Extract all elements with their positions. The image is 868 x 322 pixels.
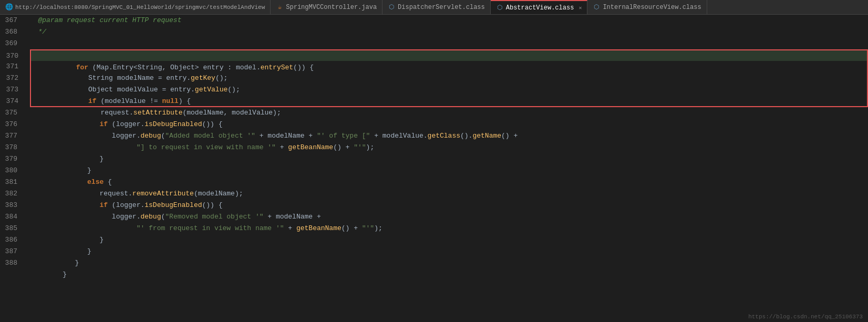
line-num-375: 375 (0, 107, 24, 119)
code-line-385: 385 } (0, 223, 868, 234)
code-line-373: 373 if (modelValue != null) { (30, 84, 868, 96)
line-content-385: } (24, 223, 104, 234)
line-num-377: 377 (0, 130, 24, 142)
tab-internalresource-label: InternalResourceView.class (603, 4, 701, 11)
code-line-380: 380 else { (0, 165, 868, 176)
code-line-368: 368 */ (0, 26, 868, 38)
line-content-368: */ (24, 26, 46, 38)
line-content-388: } (24, 257, 67, 269)
line-content-384: "' from request in view with name '" + g… (24, 211, 383, 223)
code-line-370: 370 for (Map.Entry<String, Object> entry… (30, 49, 868, 61)
tab-close-icon[interactable]: ✕ (578, 5, 582, 11)
code-line-371: 371 String modelName = entry.getKey(); (30, 61, 868, 72)
line-content-371: String modelName = entry.getKey(); (25, 61, 228, 72)
line-num-385: 385 (0, 223, 24, 234)
code-line-388: 388 } (0, 257, 868, 269)
line-content-380: else { (24, 165, 112, 176)
line-content-386: } (24, 234, 91, 246)
line-content-370: for (Map.Entry<String, Object> entry : m… (25, 50, 314, 61)
code-line-369: 369 protected void exposeModelAsRequestA… (0, 38, 868, 49)
code-line-374: 374 request.setAttribute(modelName, mode… (30, 96, 868, 107)
code-line-384: 384 "' from request in view with name '"… (0, 211, 868, 223)
code-line-387: 387 } (0, 246, 868, 257)
watermark: https://blog.csdn.net/qq_25106373 (748, 314, 863, 320)
code-line-375: 375 if (logger.isDebugEnabled()) { (0, 107, 868, 119)
line-num-371: 371 (1, 61, 25, 72)
line-content-376: logger.debug("Added model object '" + mo… (24, 119, 518, 130)
line-content-383: logger.debug("Removed model object '" + … (24, 200, 321, 211)
code-line-377: 377 "] to request in view with name '" +… (0, 130, 868, 142)
code-line-382: 382 if (logger.isDebugEnabled()) { (0, 188, 868, 200)
line-num-378: 378 (0, 142, 24, 153)
line-num-386: 386 (0, 234, 24, 246)
globe-icon: 🌐 (5, 4, 13, 11)
class-icon-3: ⬡ (593, 4, 600, 11)
line-num-380: 380 (0, 165, 24, 176)
line-content-374: request.setAttribute(modelName, modelVal… (25, 96, 281, 106)
line-content-382: if (logger.isDebugEnabled()) { (24, 188, 223, 200)
tab-abstractview[interactable]: ⬡ AbstractView.class ✕ (491, 0, 588, 14)
code-line-386: 386 } (0, 234, 868, 246)
code-line-372: 372 Object modelValue = entry.getValue()… (30, 72, 868, 84)
tab-url[interactable]: 🌐 http://localhost:8080/SpringMVC_01_Hel… (0, 0, 271, 14)
line-content-379: } (24, 153, 91, 165)
class-icon-2: ⬡ (496, 4, 503, 12)
line-num-374: 374 (1, 96, 25, 106)
line-num-387: 387 (0, 246, 24, 257)
tab-bar: 🌐 http://localhost:8080/SpringMVC_01_Hel… (0, 0, 868, 15)
code-line-383: 383 logger.debug("Removed model object '… (0, 200, 868, 211)
line-num-373: 373 (1, 84, 25, 96)
code-line-381: 381 request.removeAttribute(modelName); (0, 176, 868, 188)
tab-url-label: http://localhost:8080/SpringMVC_01_Hello… (15, 4, 265, 11)
tab-dispatcher-label: DispatcherServlet.class (398, 4, 485, 11)
line-num-381: 381 (0, 176, 24, 188)
line-content-375: if (logger.isDebugEnabled()) { (24, 107, 223, 119)
code-line-367: 367 @param request current HTTP request (0, 15, 868, 26)
tab-controller[interactable]: ☕ SpringMVCController.java (271, 0, 383, 14)
line-num-369: 369 (0, 38, 24, 49)
code-line-379: 379 } (0, 153, 868, 165)
code-editor: 367 @param request current HTTP request … (0, 15, 868, 322)
line-num-370: 370 (1, 50, 25, 61)
line-num-372: 372 (1, 72, 25, 84)
line-num-388: 388 (0, 257, 24, 269)
line-content-378: } (24, 142, 104, 153)
line-content-377: "] to request in view with name '" + get… (24, 130, 374, 142)
line-num-383: 383 (0, 200, 24, 211)
line-content-372: Object modelValue = entry.getValue(); (25, 72, 240, 84)
line-num-379: 379 (0, 153, 24, 165)
line-content-367: @param request current HTTP request (24, 15, 181, 26)
line-content-387: } (24, 246, 79, 257)
line-num-368: 368 (0, 26, 24, 38)
java-icon: ☕ (276, 4, 283, 11)
line-num-376: 376 (0, 119, 24, 130)
line-num-384: 384 (0, 211, 24, 223)
tab-controller-label: SpringMVCController.java (286, 4, 377, 11)
tab-dispatcher[interactable]: ⬡ DispatcherServlet.class (383, 0, 491, 14)
line-content-381: request.removeAttribute(modelName); (24, 176, 243, 188)
code-line-378: 378 } (0, 142, 868, 153)
line-num-382: 382 (0, 188, 24, 200)
tab-internalresource[interactable]: ⬡ InternalResourceView.class (587, 0, 707, 14)
line-num-367: 367 (0, 15, 24, 26)
line-content-373: if (modelValue != null) { (25, 84, 191, 96)
code-line-376: 376 logger.debug("Added model object '" … (0, 119, 868, 130)
tab-abstractview-label: AbstractView.class (506, 4, 574, 12)
class-icon-1: ⬡ (388, 4, 395, 11)
line-content-369: protected void exposeModelAsRequestAttri… (24, 38, 551, 49)
